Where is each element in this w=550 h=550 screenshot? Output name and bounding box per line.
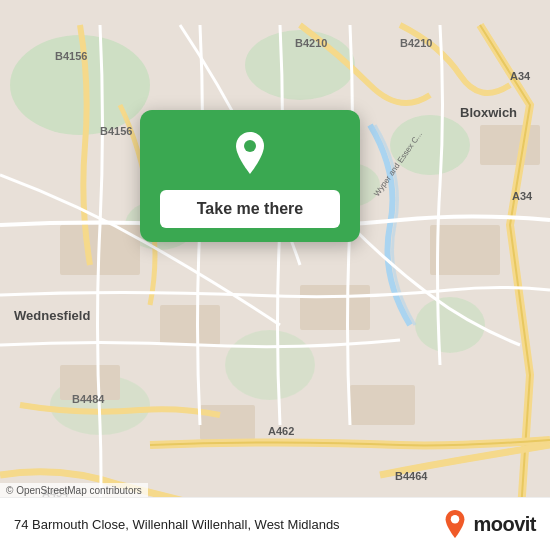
svg-text:B4210: B4210 (400, 37, 432, 49)
take-me-there-button[interactable]: Take me there (160, 190, 340, 228)
svg-rect-13 (350, 385, 415, 425)
svg-rect-10 (160, 305, 220, 345)
map-container: B4156 B4156 B4210 B4210 A34 A34 A462 B44… (0, 0, 550, 550)
moovit-logo: moovit (441, 508, 536, 540)
location-pin-icon (224, 128, 276, 180)
map-svg: B4156 B4156 B4210 B4210 A34 A34 A462 B44… (0, 0, 550, 550)
svg-text:B4156: B4156 (100, 125, 132, 137)
svg-rect-14 (430, 225, 500, 275)
bottom-bar: 74 Barmouth Close, Willenhall Willenhall… (0, 497, 550, 550)
svg-text:Bloxwich: Bloxwich (460, 105, 517, 120)
svg-rect-11 (300, 285, 370, 330)
address-text: 74 Barmouth Close, Willenhall Willenhall… (14, 517, 441, 532)
svg-point-31 (244, 140, 256, 152)
svg-text:Wednesfield: Wednesfield (14, 308, 90, 323)
svg-rect-15 (480, 125, 540, 165)
svg-point-6 (225, 330, 315, 400)
moovit-pin-icon (441, 508, 469, 540)
svg-text:B4210: B4210 (295, 37, 327, 49)
copyright-text: © OpenStreetMap contributors (0, 483, 148, 498)
svg-text:B4464: B4464 (395, 470, 428, 482)
svg-text:A34: A34 (510, 70, 531, 82)
location-card: Take me there (140, 110, 360, 242)
svg-text:A462: A462 (268, 425, 294, 437)
svg-text:A34: A34 (512, 190, 533, 202)
svg-text:B4156: B4156 (55, 50, 87, 62)
moovit-brand-text: moovit (473, 513, 536, 536)
svg-text:B4484: B4484 (72, 393, 105, 405)
svg-point-32 (451, 515, 459, 523)
